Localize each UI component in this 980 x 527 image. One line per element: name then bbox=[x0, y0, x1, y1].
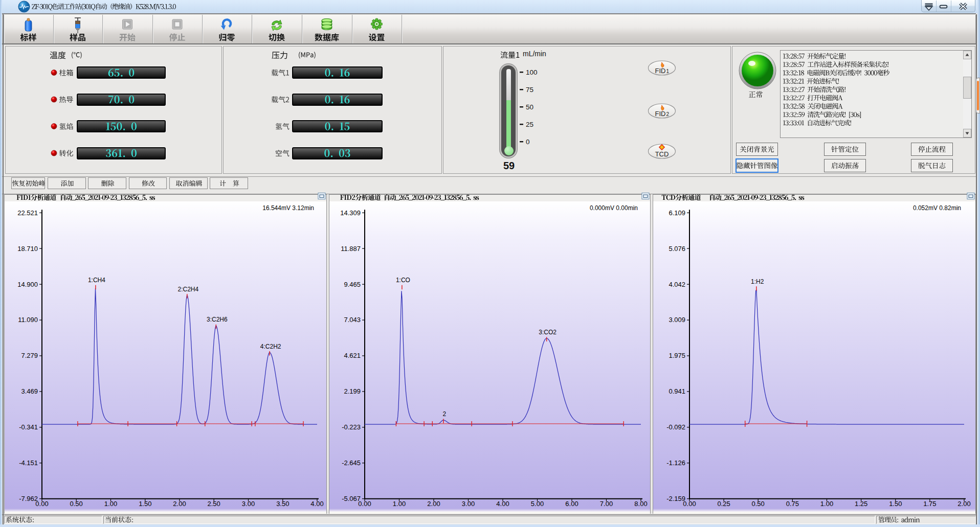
svg-text:0: 0 bbox=[526, 138, 530, 146]
svg-text:25: 25 bbox=[526, 121, 533, 128]
svg-text:0.000mV 0.00min: 0.000mV 0.00min bbox=[590, 204, 638, 212]
svg-text:7.043: 7.043 bbox=[344, 316, 361, 324]
svg-text:4:C2H2: 4:C2H2 bbox=[260, 343, 281, 350]
svg-text:6.109: 6.109 bbox=[669, 209, 685, 217]
svg-text:3.469: 3.469 bbox=[21, 387, 38, 395]
svg-text:7.279: 7.279 bbox=[21, 352, 38, 359]
svg-text:8.00: 8.00 bbox=[634, 500, 647, 508]
svg-text:0.00: 0.00 bbox=[35, 500, 48, 508]
svg-text:59: 59 bbox=[503, 160, 515, 171]
svg-text:2.50: 2.50 bbox=[208, 500, 220, 508]
svg-text:FID: FID bbox=[655, 67, 666, 75]
svg-text:4.621: 4.621 bbox=[344, 352, 361, 359]
svg-text:1.975: 1.975 bbox=[669, 352, 685, 359]
svg-text:-2.645: -2.645 bbox=[342, 459, 361, 467]
svg-text:TCD: TCD bbox=[655, 150, 669, 158]
svg-text:-1.126: -1.126 bbox=[666, 459, 685, 467]
svg-text:50: 50 bbox=[526, 103, 533, 111]
svg-text:11.090: 11.090 bbox=[18, 316, 38, 324]
svg-text:2.00: 2.00 bbox=[427, 500, 440, 508]
svg-text:4.00: 4.00 bbox=[496, 500, 509, 508]
svg-text:11.887: 11.887 bbox=[341, 245, 361, 253]
svg-text:2.199: 2.199 bbox=[344, 387, 361, 395]
svg-text:7.00: 7.00 bbox=[600, 500, 613, 508]
svg-text:9.465: 9.465 bbox=[344, 281, 361, 288]
svg-text:-4.151: -4.151 bbox=[19, 459, 38, 467]
svg-text:-0.223: -0.223 bbox=[342, 423, 361, 431]
svg-text:-0.092: -0.092 bbox=[666, 423, 685, 431]
svg-text:14.900: 14.900 bbox=[17, 281, 38, 288]
svg-text:3:C2H6: 3:C2H6 bbox=[207, 316, 228, 323]
svg-text:1.75: 1.75 bbox=[923, 500, 936, 508]
svg-text:3.00: 3.00 bbox=[462, 500, 475, 508]
svg-text:14.309: 14.309 bbox=[340, 209, 361, 217]
svg-text:2: 2 bbox=[443, 410, 447, 418]
svg-text:FID: FID bbox=[655, 110, 666, 118]
svg-text:1.00: 1.00 bbox=[393, 500, 406, 508]
svg-text:75: 75 bbox=[526, 86, 533, 94]
svg-text:5.076: 5.076 bbox=[669, 245, 685, 253]
svg-text:2.00: 2.00 bbox=[173, 500, 186, 508]
svg-text:3.009: 3.009 bbox=[669, 316, 685, 324]
svg-text:0.25: 0.25 bbox=[717, 500, 730, 508]
svg-text:1.25: 1.25 bbox=[855, 500, 867, 508]
svg-text:3.50: 3.50 bbox=[276, 500, 289, 508]
svg-text:4.042: 4.042 bbox=[669, 281, 685, 288]
svg-text:1.00: 1.00 bbox=[820, 500, 833, 508]
svg-text:5.00: 5.00 bbox=[531, 500, 544, 508]
svg-text:0.941: 0.941 bbox=[669, 387, 685, 395]
svg-text:1.50: 1.50 bbox=[139, 500, 151, 508]
svg-text:1:CO: 1:CO bbox=[396, 277, 410, 284]
svg-text:4.00: 4.00 bbox=[310, 500, 323, 508]
svg-text:1:CH4: 1:CH4 bbox=[88, 277, 105, 284]
svg-text:3.00: 3.00 bbox=[242, 500, 255, 508]
svg-text:1.00: 1.00 bbox=[104, 500, 117, 508]
svg-text:3:CO2: 3:CO2 bbox=[539, 329, 556, 336]
svg-text:1.50: 1.50 bbox=[889, 500, 902, 508]
svg-text:1:H2: 1:H2 bbox=[751, 278, 764, 285]
svg-text:0.00: 0.00 bbox=[683, 500, 696, 508]
svg-text:2: 2 bbox=[666, 111, 670, 117]
svg-text:mL/min: mL/min bbox=[523, 50, 546, 58]
svg-text:0.052mV 0.82min: 0.052mV 0.82min bbox=[913, 204, 961, 212]
svg-text:2.00: 2.00 bbox=[957, 500, 970, 508]
svg-text:0.00: 0.00 bbox=[358, 500, 371, 508]
svg-text:6.00: 6.00 bbox=[565, 500, 578, 508]
svg-text:16.544mV 3.12min: 16.544mV 3.12min bbox=[262, 204, 314, 212]
svg-text:-0.341: -0.341 bbox=[19, 423, 38, 431]
svg-text:0.50: 0.50 bbox=[70, 500, 83, 508]
svg-text:0.50: 0.50 bbox=[752, 500, 765, 508]
svg-text:100: 100 bbox=[526, 68, 538, 76]
svg-text:18.710: 18.710 bbox=[17, 245, 38, 253]
svg-text:1: 1 bbox=[666, 68, 670, 74]
svg-text:2:C2H4: 2:C2H4 bbox=[177, 286, 198, 293]
svg-text:0.75: 0.75 bbox=[786, 500, 799, 508]
svg-text:22.521: 22.521 bbox=[17, 209, 38, 217]
